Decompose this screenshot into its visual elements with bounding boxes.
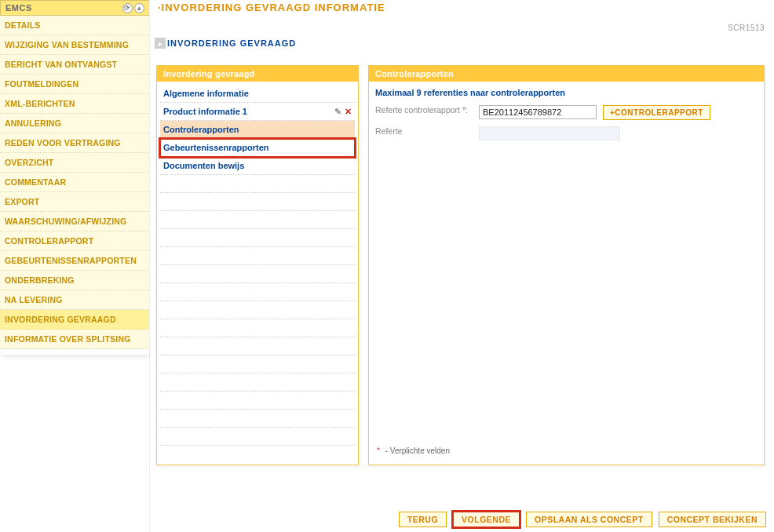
form-panel-body: Maximaal 9 referenties naar controlerapp… [369,82,764,439]
tree-panel-header: Invordering gevraagd [157,66,358,82]
page-title: ·INVORDERING GEVRAAGD INFORMATIE [155,0,766,16]
tree-list: Algemene informatie Product informatie 1… [160,85,355,175]
sidebar-item-wijziging-bestemming[interactable]: WIJZIGING VAN BESTEMMING [0,35,149,55]
sidebar-item-na-levering[interactable]: NA LEVERING [0,290,149,310]
sidebar-item-foutmeldingen[interactable]: FOUTMELDINGEN [0,75,149,94]
tree-empty-row [160,301,355,319]
tree-empty-row [160,211,355,229]
sidebar-item-bericht-ontvangst[interactable]: BERICHT VAN ONTVANGST [0,55,149,75]
sidebar-title: EMCS [5,3,32,13]
tree-empty-row [160,392,355,410]
sidebar-item-commentaar[interactable]: COMMENTAAR [0,173,149,192]
sidebar-item-onderbreking[interactable]: ONDERBREKING [0,271,149,290]
form-panel-header: Controlerapporten [369,66,764,82]
tree-item-product-informatie-1[interactable]: Product informatie 1 ✎ ✕ [160,103,355,121]
tree-panel-body: Algemene informatie Product informatie 1… [157,82,358,465]
back-button[interactable]: TERUG [399,512,447,527]
tree-empty-row [160,193,355,211]
sidebar-spacer [0,349,149,355]
sidebar: EMCS ⟳ ▴ DETAILS WIJZIGING VAN BESTEMMIN… [0,0,150,532]
tree-empty-row [160,229,355,247]
screen-id: SCR1513 [728,24,765,32]
sidebar-item-reden-vertraging[interactable]: REDEN VOOR VERTRAGING [0,133,149,153]
sidebar-item-overzicht[interactable]: OVERZICHT [0,153,149,173]
asterisk-icon: * [377,446,380,455]
sidebar-header-icons: ⟳ ▴ [121,3,144,13]
tree-empty-row [160,265,355,283]
form-label-referte: Referte [375,126,473,137]
form-heading: Maximaal 9 referenties naar controlerapp… [372,85,761,105]
section-expand-icon[interactable]: ▸ [155,38,166,49]
tree-item-label: Gebeurtenissenrapporten [163,143,268,152]
sidebar-item-export[interactable]: EXPORT [0,192,149,212]
sidebar-item-informatie-splitsing[interactable]: INFORMATIE OVER SPLITSING [0,330,149,349]
form-row-referte-controlerapport: Referte controlerapport *: +CONTROLERAPP… [372,105,761,126]
tree-empty-row [160,410,355,428]
main: ·INVORDERING GEVRAAGD INFORMATIE SCR1513… [150,0,774,532]
edit-icon[interactable]: ✎ [334,107,341,116]
tree-empty-row [160,337,355,355]
mandatory-note: * - Verplichte velden [369,439,764,465]
form-label-referte-controlerapport: Referte controlerapport *: [375,105,473,116]
referte-controlerapport-input[interactable] [479,105,597,119]
panels: Invordering gevraagd Algemene informatie… [155,65,766,465]
save-draft-button[interactable]: OPSLAAN ALS CONCEPT [526,512,652,527]
tree-item-algemene-informatie[interactable]: Algemene informatie [160,85,355,103]
sidebar-list: DETAILS WIJZIGING VAN BESTEMMING BERICHT… [0,16,149,349]
sidebar-item-xml-berichten[interactable]: XML-BERICHTEN [0,94,149,114]
sidebar-item-waarschuwing-afwijzing[interactable]: WAARSCHUWING/AFWIJZING [0,212,149,231]
form-panel: Controlerapporten Maximaal 9 referenties… [368,65,765,465]
tree-item-label: Documenten bewijs [163,161,244,170]
tree-item-documenten-bewijs[interactable]: Documenten bewijs [160,157,355,175]
tree-item-label: Algemene informatie [163,89,249,98]
sidebar-item-details[interactable]: DETAILS [0,16,149,35]
tree-empty-row [160,355,355,373]
tree-empty-row [160,373,355,392]
sidebar-item-controlerapport[interactable]: CONTROLERAPPORT [0,231,149,251]
sidebar-refresh-icon[interactable]: ⟳ [122,3,133,13]
tree-empty-row [160,319,355,337]
tree-empty-row [160,175,355,193]
tree-panel: Invordering gevraagd Algemene informatie… [156,65,359,465]
tree-item-label: Controlerapporten [163,125,239,134]
bottom-bar: TERUG VOLGENDE OPSLAAN ALS CONCEPT CONCE… [399,512,766,527]
sidebar-header: EMCS ⟳ ▴ [0,0,149,16]
tree-empty-row [160,428,355,446]
sidebar-item-annulering[interactable]: ANNULERING [0,114,149,133]
tree-item-actions: ✎ ✕ [334,107,352,116]
view-draft-button[interactable]: CONCEPT BEKIJKEN [659,512,766,527]
sidebar-item-gebeurtenissenrapporten[interactable]: GEBEURTENISSENRAPPORTEN [0,251,149,271]
tree-item-gebeurtenissenrapporten[interactable]: Gebeurtenissenrapporten [160,139,355,157]
form-row-referte: Referte [372,126,761,147]
mandatory-note-text: - Verplichte velden [385,446,450,455]
tree-item-controlerapporten[interactable]: Controlerapporten [160,121,355,139]
section-bar: ▸ INVORDERING GEVRAAGD [155,35,766,51]
next-button[interactable]: VOLGENDE [453,512,520,527]
section-title: INVORDERING GEVRAAGD [167,38,296,48]
sidebar-collapse-icon[interactable]: ▴ [134,3,144,13]
referte-display [479,126,620,140]
tree-item-label: Product informatie 1 [163,107,247,116]
delete-icon[interactable]: ✕ [345,107,352,116]
sidebar-item-invordering-gevraagd[interactable]: INVORDERING GEVRAAGD [0,310,149,330]
tree-empty-row [160,283,355,301]
add-controlerapport-button[interactable]: +CONTROLERAPPORT [603,105,710,120]
tree-empty-row [160,247,355,265]
